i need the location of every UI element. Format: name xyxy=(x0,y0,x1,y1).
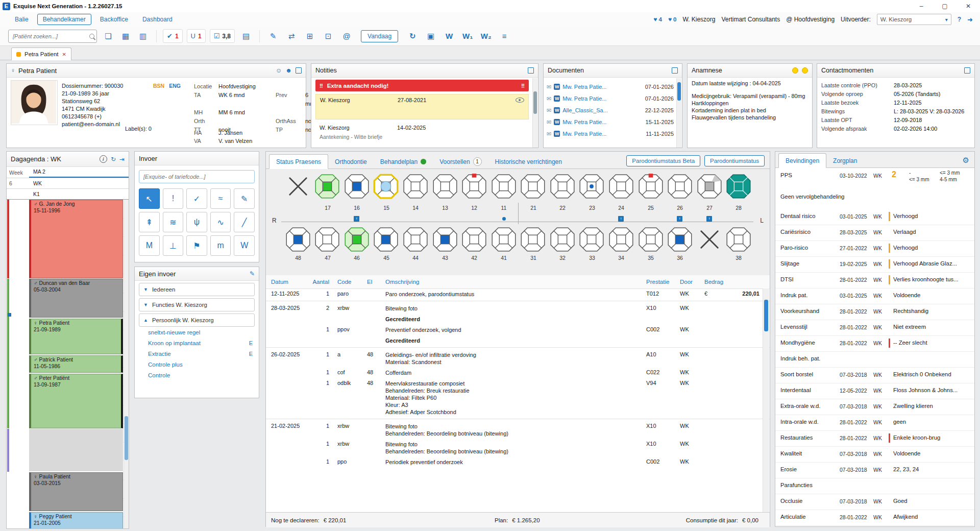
tooth-43[interactable] xyxy=(432,226,458,253)
patient-flow-icon[interactable]: ↻ xyxy=(405,30,420,43)
document-link[interactable]: Mw. Petra Patie... xyxy=(562,95,606,102)
finding-row-occlusie[interactable]: Occlusie07-03-2018WKGoed xyxy=(775,494,974,510)
finding-row-dtsi[interactable]: DTSI28-01-2022WKVerlies kroonhoogte tus.… xyxy=(775,272,974,288)
tooth-26[interactable] xyxy=(667,173,693,200)
tooth-28[interactable] xyxy=(725,173,752,200)
tooth-33[interactable] xyxy=(578,226,605,253)
favorites-icon[interactable]: ♥0 xyxy=(668,16,677,23)
help-button[interactable]: ? xyxy=(958,16,961,23)
close-tab-icon[interactable]: ✕ xyxy=(62,52,66,57)
tooth-46[interactable] xyxy=(344,226,370,253)
tooth-21[interactable] xyxy=(520,173,546,200)
treatment-row[interactable]: 1ppovPreventief onderzoek, volgendC002WK xyxy=(266,324,770,335)
patient-search[interactable] xyxy=(8,30,97,43)
tooth-24[interactable] xyxy=(608,173,634,200)
treatment-row[interactable]: 26-02-20251a48Geleidings- en/of infiltra… xyxy=(266,347,770,367)
finding-row-mondhygi-ne[interactable]: Mondhygiëne28-01-2022WK-- Zeer slecht xyxy=(775,335,974,352)
agenda-room[interactable]: K1 xyxy=(29,191,129,197)
document-row[interactable]: ✉WMw. Petra Patie...07-01-2026 xyxy=(547,81,674,92)
tooth-31[interactable] xyxy=(520,226,546,253)
menu-item-backoffice[interactable]: Backoffice xyxy=(94,14,134,25)
document-link[interactable]: Mw. Petra Patie... xyxy=(562,84,606,90)
tooth-11[interactable] xyxy=(491,173,517,200)
edit-icon[interactable]: ✎ xyxy=(250,270,255,277)
smiley-icon[interactable]: ☺ xyxy=(276,67,282,74)
appointment-petra-patient[interactable]: ♀ Petra Patient21-09-1989 xyxy=(29,319,123,354)
tooth-37[interactable] xyxy=(696,226,723,253)
invoer-item[interactable]: Kroon op implantaatE xyxy=(139,337,255,348)
finding-row-interdentaal[interactable]: Interdentaal12-05-2022WKFloss Johnson & … xyxy=(775,383,974,399)
refresh-icon[interactable]: ↻ xyxy=(111,156,116,163)
document-row[interactable]: ✉WMw. Petra Patie...07-01-2026 xyxy=(547,93,674,104)
column-header-datum[interactable]: Datum xyxy=(266,279,312,285)
gear-icon[interactable]: ⚙ xyxy=(963,156,974,167)
expand-icon[interactable] xyxy=(964,67,970,74)
tooth-47[interactable] xyxy=(314,226,340,253)
invoer-item[interactable]: sneltxt-nieuwe regel xyxy=(139,327,255,337)
patient-tab[interactable]: Petra Patient ✕ xyxy=(11,47,71,60)
column-header-prestatie[interactable]: Prestatie xyxy=(646,279,680,285)
note-item[interactable]: W. Kieszorg 27-08-2021 xyxy=(315,94,529,119)
scrollbar-thumb[interactable] xyxy=(125,416,128,460)
skip-end-icon[interactable]: ⇥ xyxy=(119,156,125,163)
w2-icon[interactable]: W₂ xyxy=(479,30,493,43)
column-header-omschrijving[interactable]: Omschrijving xyxy=(385,278,646,285)
checklist-person-icon[interactable]: ☑3,8 xyxy=(210,29,235,43)
finding-row-cari-srisico[interactable]: Cariësrisico28-03-2025WKVerlaagd xyxy=(775,225,974,241)
layers-tool-icon[interactable]: ∿ xyxy=(210,212,231,232)
tab-bevindingen[interactable]: Bevindingen xyxy=(778,153,826,168)
calendar-week-icon[interactable]: ▥ xyxy=(136,30,150,43)
code-input-wrap[interactable] xyxy=(139,170,255,183)
tooth-34[interactable] xyxy=(608,226,634,253)
finding-row-restauraties[interactable]: Restauraties28-01-2022WKEnkele kroon-bru… xyxy=(775,430,974,447)
scrollbar-thumb[interactable] xyxy=(764,300,768,331)
tab-voorstellen[interactable]: Voorstellen1 xyxy=(433,155,488,168)
treatment-row[interactable]: Gecrediteerd xyxy=(266,335,770,346)
bridge-tool-icon[interactable]: ≋ xyxy=(163,212,184,232)
tooth-18[interactable] xyxy=(285,173,311,200)
info-icon[interactable]: i xyxy=(100,155,107,163)
tab-zorgplan[interactable]: Zorgplan xyxy=(826,154,864,167)
tab-orthodontie[interactable]: Orthodontie xyxy=(328,155,374,168)
invoer-group[interactable]: ▼Functies W. Kieszorg xyxy=(139,298,255,311)
select-tool-icon[interactable]: ↖ xyxy=(139,188,160,209)
tab-status-praesens[interactable]: Status Praesens xyxy=(269,154,328,169)
tooth-marker-icon[interactable]: ↑ xyxy=(677,216,682,222)
invoer-item[interactable]: Controle xyxy=(139,370,255,380)
finding-row-extra-orale-w-d-[interactable]: Extra-orale w.d.07-03-2018WKZwelling kli… xyxy=(775,399,974,415)
people-icon[interactable]: ☻ xyxy=(285,67,292,74)
pen-tool-icon[interactable]: ✎ xyxy=(234,188,255,209)
scrollbar[interactable] xyxy=(676,78,681,148)
slash-tool-icon[interactable]: ╱ xyxy=(234,212,255,232)
agenda-practitioner[interactable]: WK xyxy=(29,180,129,186)
column-header-aantal[interactable]: Aantal xyxy=(312,279,337,285)
treatment-row[interactable]: 12-11-20251paroParo onderzoek, parodonti… xyxy=(266,288,770,299)
camera-icon[interactable]: ▣ xyxy=(424,30,438,43)
tooth-16[interactable] xyxy=(344,173,370,200)
parodontiumstatus-button[interactable]: Parodontiumstatus xyxy=(704,155,765,166)
scrollbar-thumb[interactable] xyxy=(533,91,537,114)
treatment-row[interactable]: Gecrediteerd xyxy=(266,313,770,324)
endo-tool-icon[interactable]: ψ xyxy=(186,212,207,232)
column-header-door[interactable]: Door xyxy=(680,279,704,285)
tooth-17[interactable] xyxy=(314,173,340,200)
tab-behandelplan[interactable]: Behandelplan xyxy=(374,155,433,168)
tooth-32[interactable] xyxy=(549,226,576,253)
crown-tool-icon[interactable]: W xyxy=(234,235,255,256)
tooth-14[interactable] xyxy=(402,173,429,200)
finding-row-indruk-beh-pat-[interactable]: Indruk beh. pat. xyxy=(775,351,974,368)
u-status-icon[interactable]: U1 xyxy=(187,29,206,43)
tooth-25[interactable] xyxy=(638,173,664,200)
finding-row-indruk-pat-[interactable]: Indruk pat.03-01-2025WKVoldoende xyxy=(775,288,974,304)
agenda-scrollbar[interactable] xyxy=(124,200,129,528)
finding-row-intra-orale-w-d-[interactable]: Intra-orale w.d.28-01-2022WKgeen xyxy=(775,415,974,431)
pps-row[interactable]: PPS 03-10-2022 WK 2 - <= 3 mm <= 3 mm 4-… xyxy=(775,169,974,191)
treatment-row[interactable]: 1cof48CofferdamC022WK xyxy=(266,367,770,378)
minimize-button[interactable]: – xyxy=(910,0,933,12)
calendar-add-icon[interactable]: ⊞ xyxy=(303,30,317,43)
close-button[interactable]: ✕ xyxy=(957,0,980,12)
tooth-45[interactable] xyxy=(373,226,399,253)
appointment-g-jan-de-jong[interactable]: ♂ G. Jan de Jong15-11-1996 xyxy=(29,200,123,278)
wave-tool-icon[interactable]: ≈ xyxy=(210,188,231,209)
finding-row-parafuncties[interactable]: Parafuncties xyxy=(775,478,974,494)
